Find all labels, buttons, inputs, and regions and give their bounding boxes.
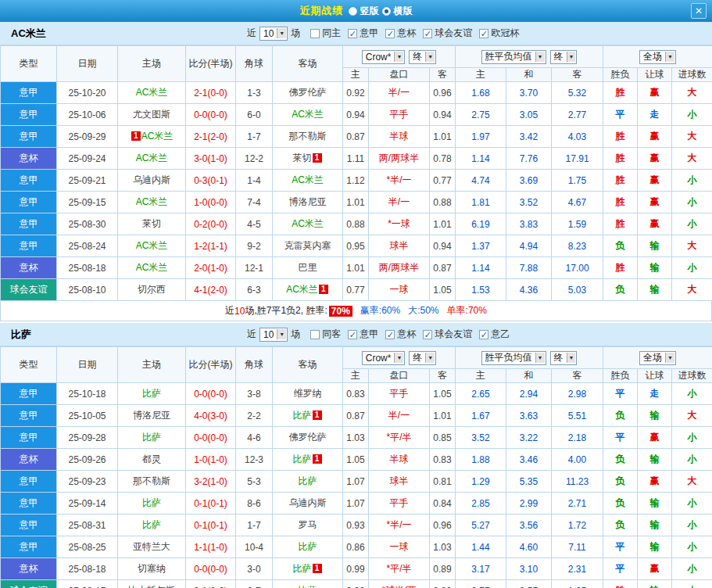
cell-avg-home: 1.81: [456, 192, 506, 213]
cell-odds-home: 1.01: [343, 257, 369, 279]
cell-avg-away: 7.11: [552, 536, 603, 558]
odds-final-select[interactable]: 终: [409, 351, 436, 365]
cell-corners: 5-3: [236, 471, 273, 493]
avg-odds-select[interactable]: 胜平负均值: [481, 351, 546, 365]
close-icon[interactable]: ✕: [691, 3, 707, 19]
checkbox-checked-icon[interactable]: [479, 330, 488, 339]
cell-avg-draw: 3.10: [506, 558, 552, 580]
cell-away-team: 比萨1: [273, 558, 343, 580]
avg-odds-select[interactable]: 胜平负均值: [481, 50, 546, 64]
cell-result-outcome: 胜: [603, 170, 638, 192]
red-card-badge: 1: [131, 131, 141, 141]
cell-result-handicap: 赢: [638, 148, 672, 170]
cell-odds-away: 0.89: [430, 558, 456, 580]
team-name: 比萨: [142, 388, 161, 399]
col-result-handicap: 让球: [638, 68, 672, 82]
cell-odds-away: 1.01: [430, 126, 456, 148]
cell-date: 25-10-05: [57, 405, 118, 427]
match-count-select[interactable]: 10: [259, 328, 288, 342]
cell-date: 25-08-18: [57, 257, 118, 279]
filter-checkbox-group: 同客意甲意杯球会友谊意乙: [303, 328, 510, 341]
cell-date: 25-09-21: [57, 170, 118, 192]
team-name: 比萨: [299, 475, 317, 486]
radio-horizontal-label: 横版: [394, 5, 413, 18]
cell-result-outcome: 平: [603, 558, 638, 580]
cell-result-handicap: 输: [638, 493, 672, 514]
cell-avg-home: 1.68: [456, 82, 506, 104]
filter-checkbox-item: 意甲: [348, 328, 378, 341]
cell-result-goals: 小: [672, 427, 712, 449]
cell-date: 25-10-06: [57, 104, 118, 126]
cell-avg-away: 4.00: [552, 449, 603, 471]
checkbox-checked-icon[interactable]: [423, 29, 432, 38]
win-rate-badge: 70%: [329, 306, 352, 317]
cell-away-team: 莱切1: [273, 148, 343, 170]
odds-source-select[interactable]: Crow*: [362, 50, 406, 64]
cell-score: 4-0(3-0): [186, 405, 236, 427]
cell-home-team: 都灵: [118, 449, 186, 471]
scope-select[interactable]: 全场: [639, 50, 676, 64]
select-value: 胜平负均值: [485, 351, 532, 364]
odds-final-select[interactable]: 终: [409, 50, 436, 64]
checkbox-label: 意甲: [360, 27, 378, 40]
cell-result-outcome: 负: [603, 235, 638, 257]
match-count-select[interactable]: 10: [259, 27, 288, 41]
cell-avg-draw: 5.35: [506, 471, 552, 493]
section-header-band: 比萨 近 10 场 同客意甲意杯球会友谊意乙: [0, 323, 712, 346]
cell-odds-away: 1.01: [430, 405, 456, 427]
checkbox-unchecked-icon[interactable]: [310, 29, 320, 38]
checkbox-checked-icon[interactable]: [348, 29, 357, 38]
col-header-home: 主场: [118, 347, 186, 383]
cell-avg-home: 2.65: [456, 383, 506, 405]
cell-odds-home: 1.07: [343, 493, 369, 514]
cell-result-handicap: 赢: [638, 170, 672, 192]
scope-select[interactable]: 全场: [639, 351, 676, 365]
cell-home-team: 切尔西: [118, 279, 186, 301]
cell-result-goals: 大: [672, 471, 712, 493]
cell-odds-away: 0.96: [430, 514, 456, 536]
cell-result-handicap: 赢: [638, 82, 672, 104]
cell-league: 意甲: [1, 383, 57, 405]
select-value: 10: [263, 28, 274, 39]
cell-avg-draw: 7.88: [506, 257, 552, 279]
odds-group-header: Crow* 终: [343, 46, 456, 68]
games-label: 场: [291, 328, 300, 341]
cell-result-goals: 小: [672, 493, 712, 514]
radio-vertical-layout[interactable]: [349, 7, 357, 16]
select-value: 终: [413, 50, 422, 63]
checkbox-checked-icon[interactable]: [385, 29, 395, 38]
odds-source-select[interactable]: Crow*: [362, 351, 406, 365]
cell-handicap: 半球: [369, 126, 430, 148]
team-name: 罗马: [299, 519, 317, 530]
table-row: 意甲25-08-31比萨0-1(0-1)1-7罗马0.93*半/一0.965.2…: [1, 514, 712, 536]
cell-home-team: AC米兰: [118, 148, 186, 170]
cell-handicap: *平/半: [369, 427, 430, 449]
single-rate: 单率:70%: [447, 304, 487, 317]
section-ac-milan: AC米兰 近 10 场 同主意甲意杯球会友谊欧冠杯 类型 日期 主场 比分(半场…: [0, 22, 712, 321]
team-name: 佛罗伦萨: [289, 432, 327, 443]
avg-final-select[interactable]: 终: [550, 50, 578, 64]
cell-corners: 12-3: [236, 449, 273, 471]
cell-handicap: 半/一: [369, 405, 430, 427]
col-avg-home: 主: [456, 369, 506, 383]
col-avg-away: 客: [552, 369, 603, 383]
select-value: 终: [554, 50, 564, 63]
cell-corners: 2-2: [236, 405, 273, 427]
cell-home-team: 尤文图斯: [118, 104, 186, 126]
cell-corners: 3-8: [236, 383, 273, 405]
checkbox-checked-icon[interactable]: [348, 330, 357, 339]
cell-avg-home: 5.27: [456, 514, 506, 536]
checkbox-checked-icon[interactable]: [479, 29, 488, 38]
checkbox-label: 意杯: [397, 328, 416, 341]
radio-horizontal-layout[interactable]: [382, 7, 391, 16]
avg-final-select[interactable]: 终: [550, 351, 578, 365]
checkbox-unchecked-icon[interactable]: [310, 330, 320, 339]
cell-league: 意甲: [1, 82, 57, 104]
select-value: 终: [413, 351, 422, 364]
checkbox-checked-icon[interactable]: [385, 330, 395, 339]
team-name: 博洛尼亚: [289, 196, 327, 207]
checkbox-checked-icon[interactable]: [423, 330, 432, 339]
cell-home-team: 亚特兰大: [118, 536, 186, 558]
table-row: 意甲25-09-14比萨0-1(0-1)8-6乌迪内斯1.07平手0.842.8…: [1, 493, 712, 514]
cell-avg-away: 17.00: [552, 257, 603, 279]
